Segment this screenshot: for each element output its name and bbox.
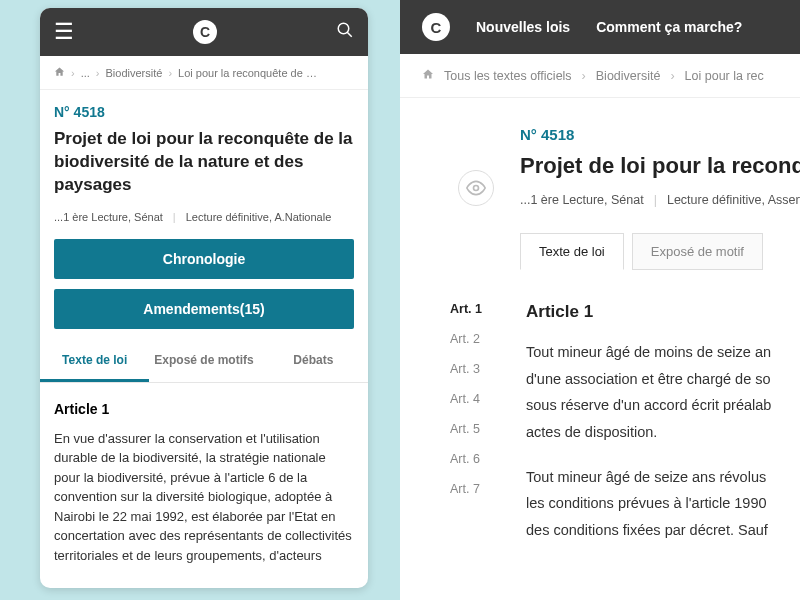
article-title: Article 1 <box>54 401 354 417</box>
svg-point-2 <box>474 186 479 191</box>
logo-icon[interactable]: C <box>193 20 217 44</box>
artnav-4[interactable]: Art. 4 <box>450 392 496 406</box>
nav-comment-ca-marche[interactable]: Comment ça marche? <box>596 19 742 35</box>
article-body: En vue d'assurer la conservation et l'ut… <box>54 429 354 566</box>
meta-reading-1: ...1 ère Lecture, Sénat <box>520 193 644 207</box>
article-line: d'une association et être chargé de so <box>526 367 800 392</box>
home-icon[interactable] <box>422 68 434 83</box>
law-number: N° 4518 <box>520 126 800 143</box>
law-number: N° 4518 <box>54 104 354 120</box>
watch-icon[interactable] <box>458 170 494 206</box>
breadcrumb-ellipsis[interactable]: ... <box>81 67 90 79</box>
meta-reading-1: ...1 ère Lecture, Sénat <box>54 211 163 223</box>
article-line: sous réserve d'un accord écrit préalab <box>526 393 800 418</box>
article-line: les conditions prévues à l'article 1990 <box>526 491 800 516</box>
chevron-right-icon: › <box>71 67 75 79</box>
article-nav: Art. 1 Art. 2 Art. 3 Art. 4 Art. 5 Art. … <box>450 302 496 544</box>
tabs: Texte de loi Exposé de motif <box>520 233 800 270</box>
desktop-panel: C Nouvelles lois Comment ça marche? Tous… <box>400 0 800 600</box>
chevron-right-icon: › <box>670 69 674 83</box>
chronology-button[interactable]: Chronologie <box>54 239 354 279</box>
page-title: Projet de loi pour la reconqu <box>520 153 800 179</box>
nav-nouvelles-lois[interactable]: Nouvelles lois <box>476 19 570 35</box>
hamburger-icon[interactable]: ☰ <box>54 19 74 45</box>
search-icon[interactable] <box>336 21 354 43</box>
meta-row: ...1 ère Lecture, Sénat | Lecture défini… <box>54 211 354 223</box>
artnav-1[interactable]: Art. 1 <box>450 302 496 316</box>
breadcrumb-all-texts[interactable]: Tous les textes officiels <box>444 69 572 83</box>
breadcrumb-current: Loi pour la reconquête de la biodiversi.… <box>178 67 318 79</box>
tab-texte[interactable]: Texte de loi <box>520 233 624 270</box>
tab-expose[interactable]: Exposé de motif <box>632 233 763 270</box>
tab-texte[interactable]: Texte de loi <box>40 341 149 382</box>
title-block: N° 4518 Projet de loi pour la reconqu ..… <box>520 126 800 207</box>
tab-expose[interactable]: Exposé de motifs <box>149 341 258 382</box>
logo-icon[interactable]: C <box>422 13 450 41</box>
desktop-header: C Nouvelles lois Comment ça marche? <box>400 0 800 54</box>
chevron-right-icon: › <box>168 67 172 79</box>
svg-line-1 <box>347 32 352 37</box>
artnav-5[interactable]: Art. 5 <box>450 422 496 436</box>
divider: | <box>173 211 176 223</box>
breadcrumb-category[interactable]: Biodiversité <box>596 69 661 83</box>
meta-row: ...1 ère Lecture, Sénat | Lecture défini… <box>520 193 800 207</box>
article-line: des conditions fixées par décret. Sauf <box>526 518 800 543</box>
svg-point-0 <box>338 23 349 34</box>
artnav-2[interactable]: Art. 2 <box>450 332 496 346</box>
amendments-button[interactable]: Amendements(15) <box>54 289 354 329</box>
mobile-content: N° 4518 Projet de loi pour la reconquête… <box>40 90 368 579</box>
article-line: Tout mineur âgé de moins de seize an <box>526 340 800 365</box>
artnav-3[interactable]: Art. 3 <box>450 362 496 376</box>
tabs: Texte de loi Exposé de motifs Débats <box>40 341 368 383</box>
artnav-7[interactable]: Art. 7 <box>450 482 496 496</box>
page-title: Projet de loi pour la reconquête de la b… <box>54 128 354 197</box>
tab-debats[interactable]: Débats <box>259 341 368 382</box>
desktop-main: N° 4518 Projet de loi pour la reconqu ..… <box>400 98 800 544</box>
artnav-6[interactable]: Art. 6 <box>450 452 496 466</box>
breadcrumb: Tous les textes officiels › Biodiversité… <box>400 54 800 98</box>
article-line: Tout mineur âgé de seize ans révolus <box>526 465 800 490</box>
breadcrumb-category[interactable]: Biodiversité <box>106 67 163 79</box>
home-icon[interactable] <box>54 66 65 79</box>
article-text: Article 1 Tout mineur âgé de moins de se… <box>526 302 800 544</box>
chevron-right-icon: › <box>582 69 586 83</box>
meta-reading-2: Lecture définitive, A.Nationale <box>186 211 332 223</box>
breadcrumb: › ... › Biodiversité › Loi pour la recon… <box>40 56 368 90</box>
divider: | <box>654 193 657 207</box>
mobile-device: ☰ C › ... › Biodiversité › Loi pour la r… <box>40 8 368 588</box>
article-line: actes de disposition. <box>526 420 800 445</box>
breadcrumb-current: Loi pour la rec <box>685 69 764 83</box>
article-title: Article 1 <box>526 302 800 322</box>
chevron-right-icon: › <box>96 67 100 79</box>
meta-reading-2: Lecture définitive, Assen <box>667 193 800 207</box>
article-area: Art. 1 Art. 2 Art. 3 Art. 4 Art. 5 Art. … <box>450 302 800 544</box>
mobile-header: ☰ C <box>40 8 368 56</box>
article-section: Article 1 En vue d'assurer la conservati… <box>54 383 354 566</box>
